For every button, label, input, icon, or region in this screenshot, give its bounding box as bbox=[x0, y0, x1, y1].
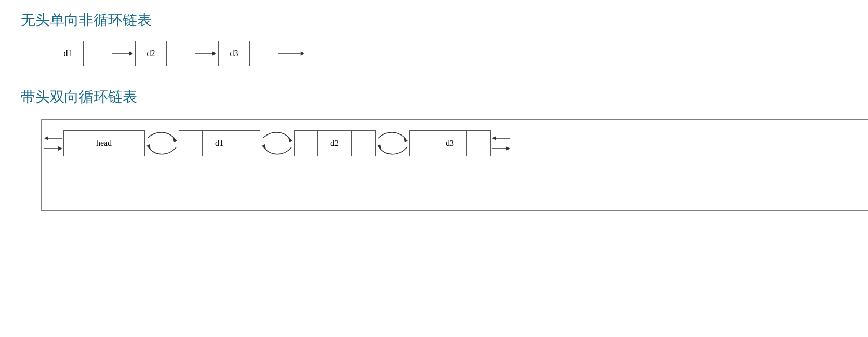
bottom-title: 带头双向循环链表 bbox=[21, 87, 847, 107]
arrow-end bbox=[278, 48, 304, 59]
double-node-d1: d1 bbox=[179, 130, 260, 156]
arrow-1 bbox=[112, 48, 133, 59]
left-out-arrows bbox=[44, 134, 62, 152]
curved-arrows-1 bbox=[145, 128, 179, 159]
single-node-3-data: d3 bbox=[219, 41, 250, 66]
double-node-d3-next bbox=[467, 131, 490, 156]
svg-marker-13 bbox=[288, 137, 292, 142]
top-title: 无头单向非循环链表 bbox=[21, 10, 847, 30]
svg-marker-12 bbox=[146, 144, 151, 150]
double-node-d1-next bbox=[236, 131, 260, 156]
single-node-1-data: d1 bbox=[52, 41, 84, 66]
double-node-head: head bbox=[63, 130, 145, 156]
double-node-head-prev bbox=[64, 131, 87, 156]
single-node-2-next bbox=[167, 41, 193, 66]
single-node-1: d1 bbox=[52, 41, 110, 66]
double-node-d1-prev bbox=[179, 131, 203, 156]
double-node-d3-prev bbox=[410, 131, 433, 156]
single-node-2: d2 bbox=[135, 41, 193, 66]
curved-arrows-3 bbox=[376, 128, 409, 159]
svg-marker-10 bbox=[58, 146, 62, 151]
double-list-wrapper: head d1 bbox=[36, 117, 826, 169]
svg-marker-5 bbox=[301, 51, 304, 55]
double-node-d2-prev bbox=[295, 131, 318, 156]
double-node-d2: d2 bbox=[294, 130, 376, 156]
double-node-d2-data: d2 bbox=[318, 131, 352, 156]
single-list-container: d1 d2 d3 bbox=[52, 41, 847, 66]
svg-marker-20 bbox=[506, 146, 510, 151]
double-node-d3: d3 bbox=[409, 130, 491, 156]
svg-marker-14 bbox=[262, 144, 266, 150]
double-list-inner: head d1 bbox=[36, 117, 826, 169]
double-node-d1-data: d1 bbox=[203, 131, 236, 156]
svg-marker-16 bbox=[377, 144, 381, 150]
double-node-head-data: head bbox=[87, 131, 121, 156]
arrow-2 bbox=[195, 48, 216, 59]
double-node-d2-next bbox=[352, 131, 375, 156]
curved-arrows-2 bbox=[260, 128, 294, 159]
double-node-d3-data: d3 bbox=[433, 131, 467, 156]
svg-marker-11 bbox=[173, 137, 177, 142]
single-node-3-next bbox=[250, 41, 276, 66]
svg-marker-1 bbox=[129, 51, 133, 56]
svg-marker-7 bbox=[44, 136, 48, 140]
svg-marker-3 bbox=[212, 51, 216, 56]
double-node-head-next bbox=[121, 131, 144, 156]
right-out-arrows bbox=[492, 134, 510, 152]
single-node-1-next bbox=[84, 41, 110, 66]
single-node-2-data: d2 bbox=[136, 41, 167, 66]
svg-marker-15 bbox=[404, 137, 408, 142]
single-node-3: d3 bbox=[218, 41, 276, 66]
svg-marker-17 bbox=[492, 136, 496, 140]
